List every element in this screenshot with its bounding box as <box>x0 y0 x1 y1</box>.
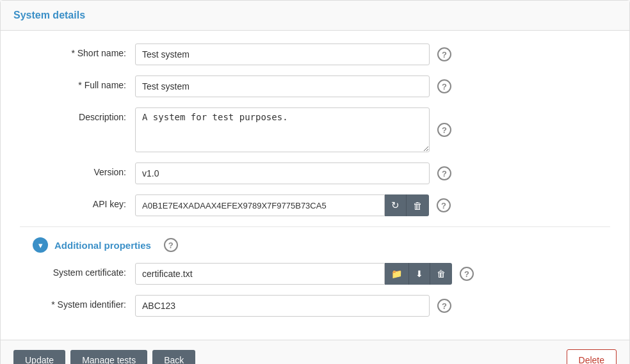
description-input[interactable]: A system for test purposes. <box>135 107 430 152</box>
certificate-delete-button[interactable]: 🗑 <box>430 263 452 285</box>
api-key-help-icon: ? <box>437 198 451 212</box>
short-name-label: * Short name: <box>20 44 135 58</box>
system-identifier-label: * System identifier: <box>20 295 135 310</box>
api-key-row: API key: ↻ 🗑 ? <box>20 194 610 216</box>
full-name-label: * Full name: <box>20 75 135 90</box>
version-control: ? <box>135 162 610 184</box>
api-key-control: ↻ 🗑 ? <box>135 194 610 216</box>
version-label: Version: <box>20 162 135 177</box>
full-name-control: ? <box>135 75 610 97</box>
api-key-wrap: ↻ 🗑 <box>135 194 429 216</box>
additional-properties-chevron[interactable]: ▾ <box>33 237 48 253</box>
panel-footer: Update Manage tests Back Delete <box>1 340 629 364</box>
additional-properties-title: Additional properties <box>54 240 151 251</box>
additional-properties-header: ▾ Additional properties ? <box>20 237 610 253</box>
panel-header: System details <box>1 1 629 31</box>
api-key-buttons: ↻ 🗑 <box>385 194 429 216</box>
footer-right-buttons: Delete <box>567 349 617 364</box>
short-name-input[interactable] <box>135 44 430 65</box>
delete-button[interactable]: Delete <box>567 349 617 364</box>
system-certificate-label: System certificate: <box>20 263 135 278</box>
api-key-label: API key: <box>20 194 135 209</box>
api-key-refresh-button[interactable]: ↻ <box>385 194 407 216</box>
certificate-help-icon: ? <box>460 267 474 281</box>
version-row: Version: ? <box>20 162 610 184</box>
api-key-input[interactable] <box>135 194 385 216</box>
api-key-delete-button[interactable]: 🗑 <box>407 194 429 216</box>
manage-tests-button[interactable]: Manage tests <box>70 350 147 364</box>
version-help-icon: ? <box>437 166 451 180</box>
system-certificate-row: System certificate: 📁 ⬇ 🗑 ? <box>20 263 610 285</box>
full-name-input[interactable] <box>135 75 430 97</box>
panel-body: * Short name: ? * Full name: ? Descripti… <box>1 31 629 340</box>
system-certificate-control: 📁 ⬇ 🗑 ? <box>135 263 610 285</box>
certificate-input[interactable] <box>135 263 385 285</box>
system-identifier-help-icon: ? <box>437 299 451 313</box>
description-help-icon: ? <box>437 123 451 137</box>
short-name-control: ? <box>135 44 610 65</box>
short-name-help-icon: ? <box>437 47 451 61</box>
system-details-panel: System details * Short name: ? * Full na… <box>0 0 630 364</box>
description-control: A system for test purposes. ? <box>135 107 610 152</box>
description-label: Description: <box>20 107 135 122</box>
section-divider <box>20 226 610 227</box>
system-identifier-control: ? <box>135 295 610 317</box>
back-button[interactable]: Back <box>152 350 195 364</box>
additional-properties-help-icon: ? <box>164 238 178 252</box>
update-button[interactable]: Update <box>13 350 65 364</box>
description-row: Description: A system for test purposes.… <box>20 107 610 152</box>
short-name-row: * Short name: ? <box>20 44 610 65</box>
system-identifier-input[interactable] <box>135 295 430 317</box>
version-input[interactable] <box>135 162 430 184</box>
footer-left-buttons: Update Manage tests Back <box>13 350 195 364</box>
certificate-download-button[interactable]: ⬇ <box>408 263 430 285</box>
certificate-folder-button[interactable]: 📁 <box>385 263 408 285</box>
panel-title: System details <box>13 10 617 21</box>
full-name-row: * Full name: ? <box>20 75 610 97</box>
full-name-help-icon: ? <box>437 79 451 93</box>
system-identifier-row: * System identifier: ? <box>20 295 610 317</box>
cert-wrap: 📁 ⬇ 🗑 <box>135 263 452 285</box>
